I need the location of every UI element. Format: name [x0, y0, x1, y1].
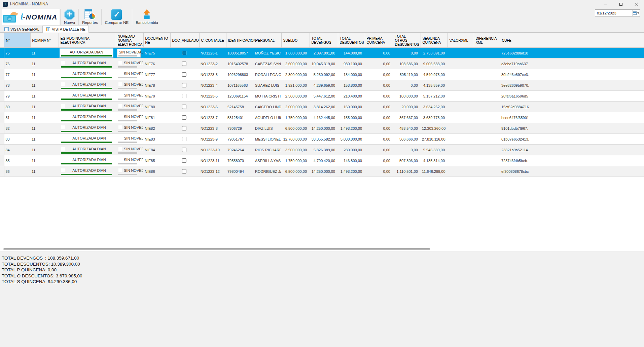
- cell-valorxml[interactable]: [448, 91, 474, 102]
- cell-otros[interactable]: 507.806,00: [393, 155, 421, 166]
- cell-id[interactable]: 1026298803: [226, 69, 254, 80]
- cell-otros[interactable]: 0,00: [393, 145, 421, 155]
- cell-descuentos[interactable]: 930.100,00: [338, 59, 365, 69]
- cell-valorxml[interactable]: [448, 112, 474, 123]
- cell-nomina[interactable]: 11: [30, 80, 59, 91]
- cell-devengos[interactable]: 4.289.659,00: [310, 80, 338, 91]
- cell-descuentos[interactable]: 1.493.200,00: [338, 166, 365, 177]
- cell-devengos[interactable]: 4.790.420,00: [310, 155, 338, 166]
- cell-primera[interactable]: 0,00: [365, 112, 393, 123]
- cell-id[interactable]: 1071165563: [226, 80, 254, 91]
- cell-novedad[interactable]: SIN NOVEDAD: [116, 112, 143, 123]
- column-header[interactable]: VALORXML: [448, 33, 474, 48]
- cell-sueldo[interactable]: 6.500.000,00: [281, 166, 310, 177]
- doc-anulado-checkbox[interactable]: [182, 83, 186, 87]
- table-row[interactable]: 7911AUTORIZADA DIANSIN NOVEDADNIE79NO122…: [0, 91, 644, 102]
- column-header[interactable]: DIFERENCIA XML: [474, 33, 500, 48]
- table-row[interactable]: 8211AUTORIZADA DIANSIN NOVEDADNIE82NO122…: [0, 123, 644, 134]
- cell-valorxml[interactable]: [448, 69, 474, 80]
- cell-id[interactable]: 79051767: [226, 134, 254, 145]
- table-row[interactable]: 8311AUTORIZADA DIANSIN NOVEDADNIE83NO122…: [0, 134, 644, 145]
- cell-nomina[interactable]: 11: [30, 48, 59, 59]
- cell-id[interactable]: 1000518057: [226, 48, 254, 59]
- cell-novedad[interactable]: SIN NOVEDAD: [116, 155, 143, 166]
- cell-estado[interactable]: AUTORIZADA DIAN: [59, 80, 116, 91]
- cell-sueldo[interactable]: 1.800.000,00: [281, 48, 310, 59]
- cell-sueldo[interactable]: 1.750.000,00: [281, 155, 310, 166]
- table-row[interactable]: 8611AUTORIZADA DIANSIN NOVEDADNIE86NO122…: [0, 166, 644, 177]
- cell-id[interactable]: 79800494: [226, 166, 254, 177]
- column-header[interactable]: C. CONTABLE: [199, 33, 226, 48]
- cell-doc[interactable]: NIE85: [143, 155, 170, 166]
- cell-doc[interactable]: NIE79: [143, 91, 170, 102]
- cell-sueldo[interactable]: 2.000.000,00: [281, 102, 310, 112]
- date-picker[interactable]: [595, 9, 640, 16]
- cell-novedad[interactable]: SIN NOVEDAD: [116, 134, 143, 145]
- cell-anulado[interactable]: [170, 145, 199, 155]
- cell-id[interactable]: 1015402578: [226, 59, 254, 69]
- cell-estado[interactable]: AUTORIZADA DIAN: [59, 69, 116, 80]
- cell-nomina[interactable]: 11: [30, 59, 59, 69]
- cell-primera[interactable]: 0,00: [365, 134, 393, 145]
- column-header[interactable]: NOMINA N°: [30, 33, 59, 48]
- cell-primera[interactable]: 0,00: [365, 91, 393, 102]
- cell-segunda[interactable]: 5.137.212,00: [421, 91, 448, 102]
- cell-contable[interactable]: NO1223-7: [199, 112, 226, 123]
- cell-primera[interactable]: 0,00: [365, 123, 393, 134]
- cell-descuentos[interactable]: 160.000,00: [338, 102, 365, 112]
- cell-anulado[interactable]: [170, 166, 199, 177]
- cell-cufe[interactable]: 61b87e6532413.: [500, 134, 644, 145]
- date-dropdown-button[interactable]: [632, 10, 640, 16]
- cell-novedad[interactable]: SIN NOVEDAD: [116, 166, 143, 177]
- cell-personal[interactable]: CAICEDO LINDA: [254, 102, 281, 112]
- cell-nomina[interactable]: 11: [30, 166, 59, 177]
- cell-segunda[interactable]: 9.006.533,00: [421, 59, 448, 69]
- cell-sueldo[interactable]: 2.300.000,00: [281, 69, 310, 80]
- cell-difxml[interactable]: [474, 112, 500, 123]
- cell-nomina[interactable]: 11: [30, 155, 59, 166]
- cell-novedad[interactable]: SIN NOVEDAD: [116, 69, 143, 80]
- cell-anulado[interactable]: [170, 48, 199, 59]
- cell-novedad[interactable]: SIN NOVEDAD: [116, 48, 143, 59]
- cell-contable[interactable]: NO1223-4: [199, 80, 226, 91]
- cell-segunda[interactable]: 11.646.299,00: [421, 166, 448, 177]
- cell-difxml[interactable]: [474, 48, 500, 59]
- cell-cufe[interactable]: 26faf6a16596d5: [500, 91, 644, 102]
- cell-segunda[interactable]: 3.639.778,00: [421, 112, 448, 123]
- cell-sueldo[interactable]: 1.921.000,00: [281, 80, 310, 91]
- cell-doc[interactable]: NIE76: [143, 59, 170, 69]
- column-header[interactable]: TOTAL DESCUENTOS: [338, 33, 365, 48]
- cell-id[interactable]: 7306729: [226, 123, 254, 134]
- cell-devengos[interactable]: 33.355.582,00: [310, 134, 338, 145]
- cell-contable[interactable]: NO1223-10: [199, 145, 226, 155]
- doc-anulado-checkbox[interactable]: [182, 72, 186, 77]
- column-header[interactable]: PERSONAL: [254, 33, 281, 48]
- cell-otros[interactable]: 453.540,00: [393, 123, 421, 134]
- cell-n[interactable]: 78: [4, 80, 30, 91]
- cell-segunda[interactable]: 3.634.262,00: [421, 102, 448, 112]
- bancolombia-button[interactable]: Bancolombia: [132, 8, 161, 26]
- cell-devengos[interactable]: 5.826.389,00: [310, 145, 338, 155]
- cell-novedad[interactable]: SIN NOVEDAD: [116, 123, 143, 134]
- cell-n[interactable]: 81: [4, 112, 30, 123]
- cell-primera[interactable]: 0,00: [365, 80, 393, 91]
- horizontal-scrollbar-thumb[interactable]: [3, 248, 430, 249]
- cell-otros[interactable]: 0,00: [393, 80, 421, 91]
- cell-devengos[interactable]: 4.162.445,00: [310, 112, 338, 123]
- doc-anulado-checkbox[interactable]: [182, 105, 186, 109]
- cell-personal[interactable]: RODRIGUEZ JA...: [254, 166, 281, 177]
- cell-devengos[interactable]: 5.447.612,00: [310, 91, 338, 102]
- cell-devengos[interactable]: 10.045.319,00: [310, 59, 338, 69]
- cell-n[interactable]: 80: [4, 102, 30, 112]
- cell-otros[interactable]: 367.667,00: [393, 112, 421, 123]
- cell-sueldo[interactable]: 1.750.000,00: [281, 112, 310, 123]
- maximize-button[interactable]: [613, 0, 629, 8]
- comparar-ne-button[interactable]: ✓ Comparar NE: [102, 8, 132, 26]
- cell-sueldo[interactable]: 6.500.000,00: [281, 123, 310, 134]
- cell-n[interactable]: 82: [4, 123, 30, 134]
- cell-valorxml[interactable]: [448, 48, 474, 59]
- cell-difxml[interactable]: [474, 102, 500, 112]
- cell-personal[interactable]: SUAREZ LUIS: [254, 80, 281, 91]
- cell-descuentos[interactable]: 144.000,00: [338, 48, 365, 59]
- column-header[interactable]: SUELDO: [281, 33, 310, 48]
